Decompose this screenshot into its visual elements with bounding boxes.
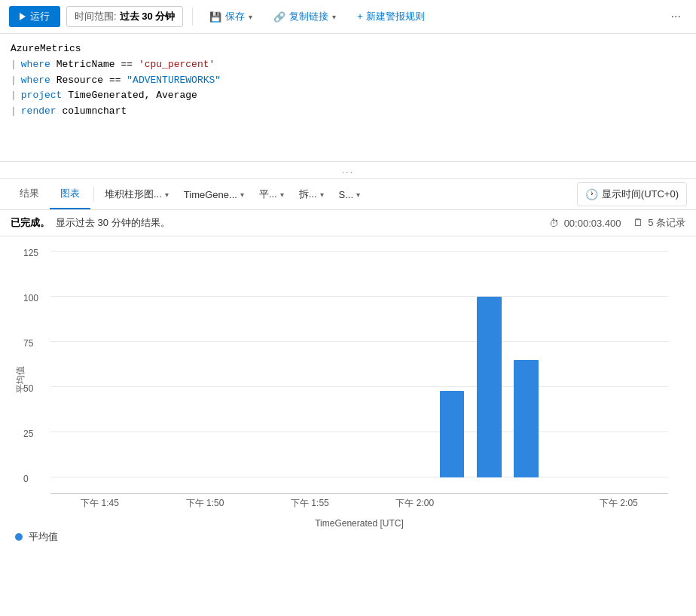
pipe-1: |	[11, 57, 17, 73]
legend-label: 平均值	[29, 530, 58, 544]
kw-where-2: where	[21, 73, 50, 89]
y-tick-label: 25	[23, 428, 33, 439]
y-tick-label: 125	[23, 248, 38, 258]
x-axis-title: TimeGenerated [UTC]	[50, 518, 668, 529]
col3-dropdown[interactable]: 拆... ▾	[292, 181, 331, 207]
duration-display: ⏱ 00:00:03.400	[549, 218, 621, 229]
code-text: AzureMetrics	[11, 41, 81, 57]
tabs-bar: 结果 图表 堆积柱形图... ▾ TimeGene... ▾ 平... ▾ 拆.…	[0, 179, 696, 210]
copy-link-button[interactable]: 🔗 复制链接 ▾	[266, 6, 343, 27]
time-range-picker[interactable]: 时间范围: 过去 30 分钟	[66, 6, 183, 27]
code-val-2: "ADVENTUREWORKS"	[127, 73, 221, 89]
x-tick-label: 下午 1:55	[291, 497, 329, 510]
code-line-5: | render columnchart	[11, 104, 685, 120]
time-range-value: 过去 30 分钟	[120, 10, 176, 23]
copy-link-label: 复制链接	[289, 10, 328, 23]
col2-label: 平...	[259, 188, 277, 201]
kw-render: render	[21, 104, 56, 120]
time-range-label: 时间范围:	[75, 10, 117, 23]
new-alert-label: + 新建警报规则	[357, 10, 424, 23]
chart-bar[interactable]	[440, 391, 465, 477]
x-tick-label: 下午 2:00	[395, 497, 434, 510]
toolbar: 运行 时间范围: 过去 30 分钟 💾 保存 ▾ 🔗 复制链接 ▾ + 新建警报…	[0, 0, 696, 34]
pipe-2: |	[11, 73, 17, 89]
chart-area: 平均值 0255075100125 下午 1:45下午 1:50下午 1:55下…	[0, 236, 696, 523]
resize-hint: ...	[0, 162, 696, 179]
x-tick-label: 下午 1:45	[81, 497, 119, 510]
duration-value: 00:00:03.400	[564, 218, 621, 229]
status-message: 显示过去 30 分钟的结果。	[56, 216, 170, 230]
code-line-3: | where Resource == "ADVENTUREWORKS"	[11, 73, 685, 89]
code-op-2: ==	[109, 73, 121, 89]
run-button[interactable]: 运行	[9, 6, 60, 27]
more-button[interactable]: ···	[665, 7, 687, 26]
pipe-4: |	[11, 104, 17, 120]
y-tick-label: 100	[23, 293, 38, 303]
chart-type-label: 堆积柱形图...	[105, 188, 162, 201]
link-icon: 🔗	[273, 11, 285, 23]
clock-sm-icon: ⏱	[549, 218, 559, 229]
y-tick-label: 0	[23, 474, 29, 484]
toolbar-divider-1	[192, 8, 193, 26]
chart-type-dropdown[interactable]: 堆积柱形图... ▾	[97, 181, 176, 207]
code-project-fields: TimeGenerated, Average	[68, 88, 197, 104]
col2-chevron-icon: ▾	[280, 191, 284, 199]
col2-dropdown[interactable]: 平... ▾	[252, 181, 292, 207]
col3-chevron-icon: ▾	[320, 191, 324, 199]
clock-icon: 🕐	[585, 188, 598, 200]
code-val-1: 'cpu_percent'	[139, 57, 215, 73]
y-tick-label: 50	[23, 383, 33, 394]
code-editor[interactable]: AzureMetrics | where MetricName == 'cpu_…	[0, 34, 696, 162]
pipe-3: |	[11, 88, 17, 104]
x-ticks: 下午 1:45下午 1:50下午 1:55下午 2:00下午 2:05	[50, 494, 668, 515]
save-label: 保存	[225, 10, 245, 23]
copy-link-chevron-icon: ▾	[332, 13, 336, 21]
col3-label: 拆...	[299, 188, 317, 201]
save-chevron-icon: ▾	[249, 13, 252, 21]
code-line-1: AzureMetrics	[11, 41, 685, 57]
x-tick-label: 下午 2:05	[600, 497, 638, 510]
chart-bar[interactable]	[477, 297, 502, 477]
save-button[interactable]: 💾 保存 ▾	[202, 6, 260, 27]
code-line-4: | project TimeGenerated, Average	[11, 88, 685, 104]
code-metricname: MetricName	[56, 57, 115, 73]
y-tick-label: 75	[23, 338, 33, 349]
code-resource: Resource	[56, 73, 103, 89]
col1-chevron-icon: ▾	[240, 191, 244, 199]
play-icon	[20, 13, 26, 20]
col4-dropdown[interactable]: S... ▾	[331, 183, 368, 206]
status-bar: 已完成。 显示过去 30 分钟的结果。 ⏱ 00:00:03.400 🗒 5 条…	[0, 210, 696, 236]
status-right: ⏱ 00:00:03.400 🗒 5 条记录	[549, 216, 685, 230]
col1-dropdown[interactable]: TimeGene... ▾	[176, 183, 252, 206]
utc-label: 显示时间(UTC+0)	[602, 188, 679, 201]
records-display: 🗒 5 条记录	[633, 216, 685, 230]
status-complete: 已完成。	[11, 216, 50, 230]
utc-button[interactable]: 🕐 显示时间(UTC+0)	[577, 182, 687, 206]
new-alert-button[interactable]: + 新建警报规则	[350, 6, 432, 27]
code-line-2: | where MetricName == 'cpu_percent'	[11, 57, 685, 73]
chart-type-chevron-icon: ▾	[165, 191, 169, 199]
kw-where-1: where	[21, 57, 50, 73]
record-icon: 🗒	[633, 217, 643, 228]
chart-container: 平均值 0255075100125 下午 1:45下午 1:50下午 1:55下…	[20, 244, 668, 515]
records-value: 5 条记录	[648, 217, 685, 228]
chart-bar[interactable]	[514, 360, 539, 477]
run-label: 运行	[30, 10, 50, 23]
tab-chart[interactable]: 图表	[50, 179, 90, 209]
col4-chevron-icon: ▾	[356, 191, 360, 199]
col1-label: TimeGene...	[184, 189, 237, 200]
code-render-val: columnchart	[62, 104, 127, 120]
kw-project: project	[21, 88, 63, 104]
x-tick-label: 下午 1:50	[186, 497, 224, 510]
col4-label: S...	[339, 189, 354, 200]
tab-results[interactable]: 结果	[9, 179, 50, 209]
tabs-divider	[93, 187, 94, 202]
more-icon: ···	[671, 10, 681, 23]
legend-dot	[15, 533, 23, 541]
code-op-1: ==	[121, 57, 133, 73]
chart-inner: 0255075100125	[50, 252, 668, 477]
save-icon: 💾	[209, 11, 221, 23]
bars-container	[50, 252, 668, 477]
